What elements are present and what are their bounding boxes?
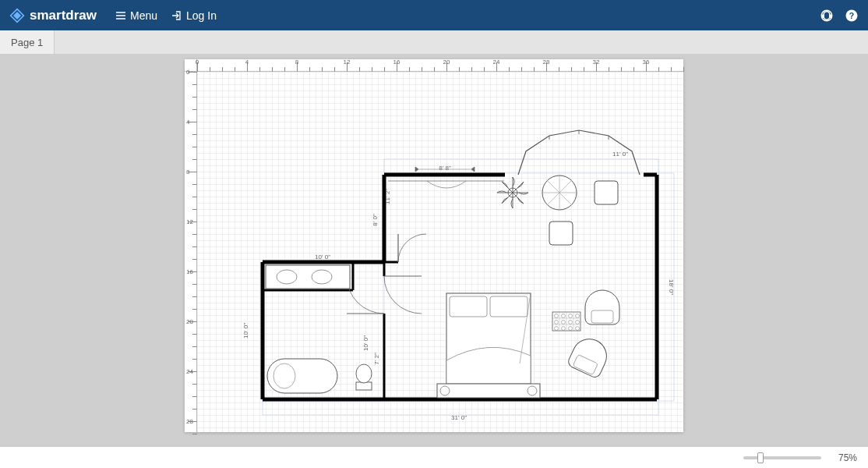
dim-guide [263,401,658,415]
login-label: Log In [186,9,217,22]
topbar: smartdraw Menu Log In ? [0,0,868,30]
brand-text: smartdraw [30,8,97,23]
furniture-plant [497,177,528,208]
furniture-ottoman [549,222,573,245]
svg-rect-26 [450,296,487,317]
svg-point-61 [356,364,372,383]
zoom-value: 75% [831,452,857,463]
door-arc [398,234,426,262]
support-icon[interactable] [820,9,834,23]
tab-page-1[interactable]: Page 1 [0,30,55,54]
menu-button[interactable]: Menu [115,9,157,22]
dim-top-opening: 8' 8" [439,165,451,172]
furniture-side-table [552,312,580,331]
fixture-vanity [266,265,350,289]
svg-rect-60 [356,382,372,390]
dim-left-wall: 8' 0" [372,214,379,226]
login-button[interactable]: Log In [171,9,217,22]
footer: 75% [0,446,868,468]
furniture-bed [446,293,531,384]
fixture-toilet [356,364,372,390]
dim-bath-h: 10' 0" [362,335,369,351]
furniture-armchair [566,334,612,379]
svg-text:?: ? [849,10,854,20]
dim-door-h: 7' 2" [373,353,380,365]
menu-label: Menu [130,9,157,22]
svg-point-56 [277,270,297,284]
dim-closet-h: 11' 2" [384,189,391,204]
smartdraw-logo-icon [9,8,25,23]
furniture-armchair [585,290,619,324]
dim-right-height: 18' 0" [668,279,675,295]
hamburger-icon [115,10,126,21]
furniture-stool [595,181,618,204]
ruler-vertical: 0481216202428 [185,72,197,432]
canvas[interactable]: 04812162024283236 0481216202428 [185,59,683,432]
svg-rect-27 [490,296,528,317]
ruler-horizontal: 04812162024283236 [197,59,683,72]
tab-label: Page 1 [11,37,43,48]
login-icon [171,10,182,21]
svg-rect-58 [267,359,337,393]
svg-point-57 [312,270,332,284]
door-arc [384,276,422,314]
furniture-bench [437,384,540,398]
brand: smartdraw [9,8,97,23]
floor-plan-drawing[interactable]: 31' 0" 18' 0" 8' 8" 11' 0" 10' 0" 8' 0" … [197,72,683,432]
zoom-slider-thumb[interactable] [757,452,764,463]
dim-bath-hall: 10' 0" [315,254,330,261]
dim-bay-window: 11' 0" [612,151,628,158]
dim-bottom-width: 31' 0" [451,414,467,421]
help-icon[interactable]: ? [845,9,859,23]
workspace[interactable]: 04812162024283236 0481216202428 [0,54,868,468]
svg-rect-4 [830,14,831,18]
fixture-bathtub [267,359,337,393]
floor-plan-svg: 31' 0" 18' 0" 8' 8" 11' 0" 10' 0" 8' 0" … [197,72,683,432]
zoom-slider[interactable] [743,456,821,459]
tabbar: Page 1 [0,30,868,54]
svg-rect-3 [822,14,824,18]
svg-marker-1 [13,12,21,20]
dim-bath-left: 10' 0" [242,323,249,339]
svg-rect-35 [591,310,613,323]
